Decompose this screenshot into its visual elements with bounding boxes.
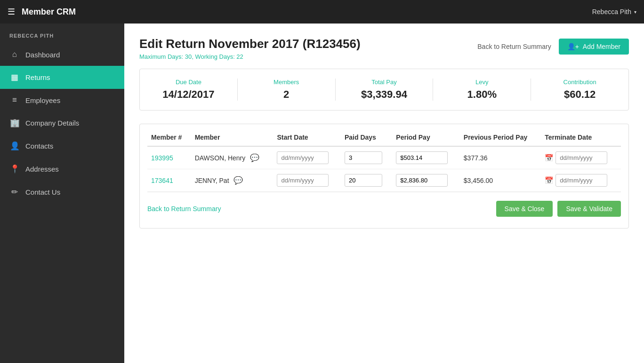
- sidebar-item-label: Contact Us: [25, 188, 60, 196]
- sidebar-item-contact-us[interactable]: ✏ Contact Us: [0, 181, 124, 204]
- contribution-value: $60.12: [531, 88, 628, 101]
- summary-total-pay: Total Pay $3,339.94: [336, 79, 434, 101]
- col-terminate-date: Terminate Date: [541, 129, 621, 146]
- sidebar-item-contacts[interactable]: 👤 Contacts: [0, 134, 124, 158]
- total-pay-label: Total Pay: [336, 79, 433, 86]
- sidebar-item-dashboard[interactable]: ⌂ Dashboard: [0, 43, 124, 66]
- cell-period-pay: [392, 169, 460, 192]
- sidebar-item-label: Returns: [25, 73, 50, 81]
- member-name-label: JENNY, Pat: [195, 177, 229, 184]
- sidebar-item-label: Addresses: [25, 165, 59, 173]
- cell-prev-period-pay: $377.36: [460, 146, 541, 169]
- start-date-input[interactable]: [277, 174, 329, 187]
- main-content: Edit Return November 2017 (R123456) Maxi…: [124, 24, 644, 363]
- data-table-wrap: Member # Member Start Date Paid Days Per…: [139, 124, 629, 229]
- cell-start-date: [273, 169, 341, 192]
- paid-days-input[interactable]: [345, 174, 382, 187]
- home-icon: ⌂: [9, 50, 20, 59]
- sidebar-item-label: Dashboard: [25, 51, 60, 59]
- comment-icon[interactable]: 💬: [233, 176, 243, 184]
- add-member-label: Add Member: [583, 43, 620, 50]
- save-validate-button[interactable]: Save & Validate: [557, 201, 621, 217]
- terminate-date-input[interactable]: [555, 151, 607, 164]
- sidebar: REBECCA PITH ⌂ Dashboard ▦ Returns ≡ Emp…: [0, 24, 124, 363]
- contact-us-icon: ✏: [9, 187, 20, 197]
- user-name: Rebecca Pith: [592, 8, 631, 16]
- brand-name: Member CRM: [22, 7, 76, 17]
- hamburger-icon[interactable]: ☰: [8, 7, 15, 17]
- cell-period-pay: [392, 146, 460, 169]
- table-row: 173641 JENNY, Pat 💬 $3,456.00 📅: [147, 169, 621, 192]
- levy-label: Levy: [433, 79, 531, 86]
- sidebar-item-employees[interactable]: ≡ Employees: [0, 89, 124, 111]
- summary-contribution: Contribution $60.12: [531, 79, 628, 101]
- save-close-button[interactable]: Save & Close: [496, 201, 553, 217]
- topnav: ☰ Member CRM Rebecca Pith ▾: [0, 0, 644, 24]
- due-date-value: 14/12/2017: [140, 88, 237, 101]
- comment-icon[interactable]: 💬: [250, 154, 259, 162]
- table-footer: Back to Return Summary Save & Close Save…: [147, 192, 621, 221]
- add-member-button[interactable]: 👤+ Add Member: [559, 39, 629, 55]
- cell-start-date: [273, 146, 341, 169]
- members-table: Member # Member Start Date Paid Days Per…: [147, 129, 621, 192]
- cell-member-name: JENNY, Pat 💬: [191, 169, 274, 192]
- terminate-date-wrap: 📅: [545, 174, 617, 187]
- calendar-icon[interactable]: 📅: [545, 176, 554, 185]
- prev-period-pay-value: $377.36: [464, 154, 488, 162]
- col-member: Member: [191, 129, 274, 146]
- topnav-left: ☰ Member CRM: [8, 7, 76, 17]
- prev-period-pay-value: $3,456.00: [464, 177, 493, 184]
- returns-icon: ▦: [9, 72, 20, 82]
- calendar-icon[interactable]: 📅: [545, 154, 554, 162]
- member-num-link[interactable]: 193995: [151, 154, 173, 162]
- sidebar-item-label: Contacts: [25, 142, 53, 150]
- summary-card: Due Date 14/12/2017 Members 2 Total Pay …: [139, 69, 629, 110]
- layout: REBECCA PITH ⌂ Dashboard ▦ Returns ≡ Emp…: [0, 24, 644, 363]
- col-prev-period-pay: Previous Period Pay: [460, 129, 541, 146]
- terminate-date-input[interactable]: [555, 174, 607, 187]
- levy-value: 1.80%: [433, 88, 531, 101]
- back-to-summary-link[interactable]: Back to Return Summary: [477, 43, 551, 50]
- sidebar-user-label: REBECCA PITH: [0, 24, 124, 43]
- members-label: Members: [238, 79, 335, 86]
- add-member-icon: 👤+: [567, 43, 579, 50]
- sidebar-item-company-details[interactable]: 🏢 Company Details: [0, 111, 124, 134]
- period-pay-input[interactable]: [396, 151, 448, 164]
- chevron-down-icon: ▾: [634, 9, 636, 15]
- footer-buttons: Save & Close Save & Validate: [496, 201, 621, 217]
- cell-terminate-date: 📅: [541, 169, 621, 192]
- cell-paid-days: [341, 146, 392, 169]
- sidebar-item-returns[interactable]: ▦ Returns: [0, 66, 124, 89]
- user-menu[interactable]: Rebecca Pith ▾: [592, 8, 636, 16]
- summary-members: Members 2: [238, 79, 336, 101]
- back-to-summary-footer-link[interactable]: Back to Return Summary: [147, 205, 221, 213]
- col-member-num: Member #: [147, 129, 191, 146]
- table-row: 193995 DAWSON, Henry 💬 $377.36 📅: [147, 146, 621, 169]
- col-period-pay: Period Pay: [392, 129, 460, 146]
- addresses-icon: 📍: [9, 164, 20, 174]
- total-pay-value: $3,339.94: [336, 88, 433, 101]
- paid-days-input[interactable]: [345, 151, 382, 164]
- cell-member-name: DAWSON, Henry 💬: [191, 146, 274, 169]
- summary-levy: Levy 1.80%: [433, 79, 531, 101]
- contacts-icon: 👤: [9, 141, 20, 151]
- cell-member-num: 193995: [147, 146, 191, 169]
- sidebar-item-label: Employees: [25, 96, 60, 104]
- page-header: Edit Return November 2017 (R123456) Maxi…: [139, 37, 629, 60]
- page-subtitle: Maximum Days: 30, Working Days: 22: [139, 53, 361, 60]
- employees-icon: ≡: [9, 95, 20, 105]
- contribution-label: Contribution: [531, 79, 628, 86]
- cell-member-num: 173641: [147, 169, 191, 192]
- period-pay-input[interactable]: [396, 174, 448, 187]
- col-start-date: Start Date: [273, 129, 341, 146]
- member-num-link[interactable]: 173641: [151, 177, 173, 184]
- company-icon: 🏢: [9, 118, 20, 128]
- terminate-date-wrap: 📅: [545, 151, 617, 164]
- cell-prev-period-pay: $3,456.00: [460, 169, 541, 192]
- table-header-row: Member # Member Start Date Paid Days Per…: [147, 129, 621, 146]
- summary-due-date: Due Date 14/12/2017: [140, 79, 238, 101]
- sidebar-item-addresses[interactable]: 📍 Addresses: [0, 158, 124, 181]
- start-date-input[interactable]: [277, 151, 329, 164]
- col-paid-days: Paid Days: [341, 129, 392, 146]
- page-header-actions: Back to Return Summary 👤+ Add Member: [477, 39, 629, 55]
